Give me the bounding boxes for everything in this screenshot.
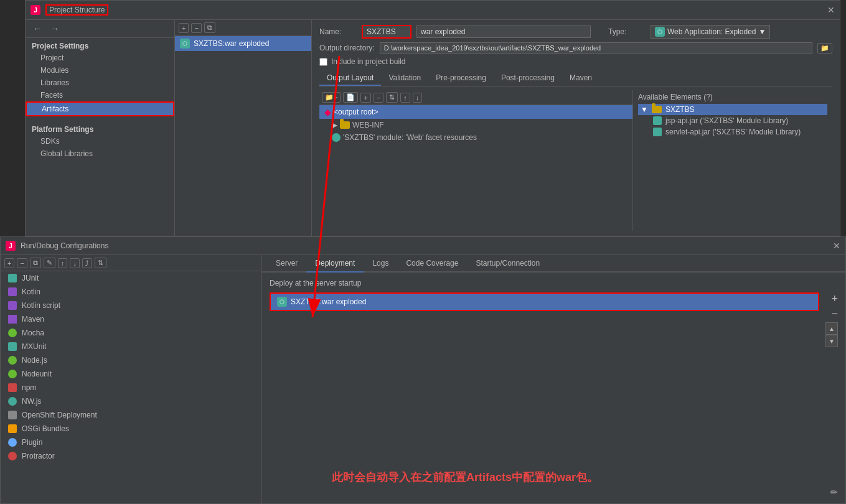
run-tab-bar: Server Deployment Logs Code Coverage Sta… bbox=[262, 255, 845, 273]
tree-add-btn[interactable]: 📁+ bbox=[322, 92, 341, 103]
artifact-item-label: SXZTBS:war exploded bbox=[194, 39, 269, 48]
type-select[interactable]: ⬡ Web Application: Exploded ▼ bbox=[651, 25, 770, 39]
web-icon bbox=[332, 133, 341, 142]
run-dialog-close[interactable]: ✕ bbox=[833, 241, 840, 251]
run-sort-btn[interactable]: ⇅ bbox=[95, 258, 106, 268]
back-button[interactable]: ← bbox=[31, 22, 44, 35]
run-item-npm[interactable]: npm bbox=[1, 381, 261, 394]
output-dir-input[interactable] bbox=[380, 42, 812, 54]
edit-pencil-btn[interactable]: ✏ bbox=[830, 487, 838, 497]
run-item-nodeunit[interactable]: Nodeunit bbox=[1, 367, 261, 381]
run-toolbar: + − ⧉ ✎ ↑ ↓ ⤴ ⇅ bbox=[1, 255, 261, 271]
run-remove-btn[interactable]: − bbox=[17, 258, 27, 268]
run-tab-deployment[interactable]: Deployment bbox=[306, 255, 364, 273]
run-item-plugin[interactable]: Plugin bbox=[1, 436, 261, 449]
browse-output-dir-btn[interactable]: 📁 bbox=[817, 43, 832, 54]
sidebar-item-libraries[interactable]: Libraries bbox=[26, 77, 174, 89]
scroll-down-btn[interactable]: ▼ bbox=[825, 335, 838, 347]
tree-plus-btn[interactable]: + bbox=[360, 93, 370, 103]
tree-down-btn[interactable]: ↓ bbox=[413, 93, 423, 103]
sidebar-item-sdks[interactable]: SDKs bbox=[26, 135, 174, 147]
run-tab-server[interactable]: Server bbox=[267, 255, 306, 273]
available-sxztbs-label: SXZTBS bbox=[665, 105, 695, 114]
sidebar-item-modules[interactable]: Modules bbox=[26, 64, 174, 77]
run-share-btn[interactable]: ⤴ bbox=[82, 258, 92, 268]
deploy-item[interactable]: ⬡ SXZTBS:war exploded bbox=[270, 292, 819, 311]
nodejs-icon bbox=[8, 356, 17, 365]
tab-post-processing[interactable]: Post-processing bbox=[494, 71, 562, 86]
run-item-osgi[interactable]: OSGi Bundles bbox=[1, 422, 261, 436]
run-copy-btn[interactable]: ⧉ bbox=[30, 258, 41, 268]
sidebar-item-project[interactable]: Project bbox=[26, 52, 174, 64]
forward-button[interactable]: → bbox=[48, 22, 62, 35]
tab-pre-processing[interactable]: Pre-processing bbox=[428, 71, 494, 86]
project-sidebar: ← → Project Settings Project Modules Lib… bbox=[26, 20, 175, 236]
tree-minus-btn[interactable]: − bbox=[374, 93, 383, 103]
artifact-item-icon: ⬡ bbox=[180, 39, 190, 49]
remove-artifact-btn[interactable]: − bbox=[191, 23, 201, 33]
scroll-up-btn[interactable]: ▲ bbox=[825, 322, 838, 335]
type-icon: ⬡ bbox=[655, 27, 665, 37]
sidebar-item-global-libraries[interactable]: Global Libraries bbox=[26, 147, 174, 160]
name-row: Name: Type: ⬡ Web Application: Exploded … bbox=[319, 25, 832, 39]
run-item-mxunit[interactable]: MXUnit bbox=[1, 340, 261, 353]
run-item-nwjs-label: NW.js bbox=[22, 397, 41, 406]
available-item-servlet-api[interactable]: servlet-api.jar ('SXZTBS' Module Library… bbox=[638, 126, 827, 138]
project-dialog-close[interactable]: ✕ bbox=[827, 5, 835, 15]
tree-item-module-resources[interactable]: 'SXZTBS' module: 'Web' facet resources bbox=[319, 131, 632, 144]
tree-item-webinf[interactable]: ▶ WEB-INF bbox=[319, 119, 632, 131]
run-item-junit[interactable]: JUnit bbox=[1, 271, 261, 285]
run-item-junit-label: JUnit bbox=[22, 274, 39, 282]
add-artifact-btn[interactable]: + bbox=[179, 23, 189, 33]
run-item-openshift[interactable]: OpenShift Deployment bbox=[1, 408, 261, 422]
tree-folder-btn[interactable]: 📄 bbox=[343, 92, 358, 103]
tab-validation[interactable]: Validation bbox=[381, 71, 428, 86]
project-dialog-icon: J bbox=[31, 5, 40, 15]
deploy-remove-btn[interactable]: − bbox=[831, 307, 838, 320]
name-input-rest[interactable] bbox=[416, 26, 591, 38]
sidebar-item-facets[interactable]: Facets bbox=[26, 89, 174, 101]
available-item-jsp-api[interactable]: jsp-api.jar ('SXZTBS' Module Library) bbox=[638, 115, 827, 126]
jar-icon-1 bbox=[653, 116, 662, 125]
run-item-kotlin[interactable]: Kotlin bbox=[1, 285, 261, 299]
run-tab-logs[interactable]: Logs bbox=[364, 255, 397, 273]
deploy-add-btn[interactable]: + bbox=[831, 292, 838, 306]
include-build-checkbox[interactable] bbox=[319, 58, 327, 66]
available-elements-panel: Available Elements (?) ▼ SXZTBS jsp-api.… bbox=[633, 90, 832, 231]
deploy-area: ⬡ SXZTBS:war exploded + − ▲ ▼ ✏ 此时会自动导入在… bbox=[270, 292, 838, 497]
run-dialog-body: + − ⧉ ✎ ↑ ↓ ⤴ ⇅ JUnit Kotlin bbox=[1, 255, 845, 503]
tree-module-label: 'SXZTBS' module: 'Web' facet resources bbox=[343, 133, 477, 142]
tree-up-btn[interactable]: ↑ bbox=[400, 93, 410, 103]
sidebar-item-artifacts[interactable]: Artifacts bbox=[26, 101, 174, 116]
tab-maven[interactable]: Maven bbox=[562, 71, 599, 86]
run-item-kotlin-script[interactable]: Kotlin script bbox=[1, 299, 261, 312]
run-item-maven[interactable]: Maven bbox=[1, 312, 261, 326]
run-item-mocha[interactable]: Mocha bbox=[1, 326, 261, 340]
type-dropdown-icon: ▼ bbox=[759, 27, 766, 36]
run-item-npm-label: npm bbox=[22, 383, 36, 392]
run-edit-btn[interactable]: ✎ bbox=[44, 258, 55, 268]
available-jsp-api-label: jsp-api.jar ('SXZTBS' Module Library) bbox=[665, 116, 788, 125]
kotlin-icon bbox=[8, 287, 17, 296]
tree-sort-btn[interactable]: ⇅ bbox=[386, 92, 398, 103]
run-tab-coverage[interactable]: Code Coverage bbox=[397, 255, 467, 273]
tree-toolbar: 📁+ 📄 + − ⇅ ↑ ↓ bbox=[319, 90, 632, 105]
name-input-sxztbs[interactable] bbox=[362, 25, 411, 39]
annotation-text: 此时会自动导入在之前配置Artifacts中配置的war包。 bbox=[332, 470, 763, 485]
copy-artifact-btn[interactable]: ⧉ bbox=[204, 22, 215, 33]
run-item-mxunit-label: MXUnit bbox=[22, 342, 46, 351]
tree-item-output-root[interactable]: ◆ <output root> bbox=[319, 105, 632, 119]
run-tab-startup[interactable]: Startup/Connection bbox=[467, 255, 548, 273]
run-item-protractor[interactable]: Protractor bbox=[1, 449, 261, 463]
available-servlet-api-label: servlet-api.jar ('SXZTBS' Module Library… bbox=[665, 128, 801, 136]
tab-output-layout[interactable]: Output Layout bbox=[319, 71, 381, 86]
run-item-nwjs[interactable]: NW.js bbox=[1, 394, 261, 408]
folder-icon bbox=[340, 121, 350, 129]
run-up-btn[interactable]: ↑ bbox=[58, 258, 68, 268]
run-item-nodejs[interactable]: Node.js bbox=[1, 353, 261, 367]
run-down-btn[interactable]: ↓ bbox=[70, 258, 80, 268]
available-item-sxztbs[interactable]: ▼ SXZTBS bbox=[638, 104, 827, 115]
artifact-list-item[interactable]: ⬡ SXZTBS:war exploded bbox=[175, 36, 311, 51]
available-label: Available Elements (?) bbox=[638, 93, 713, 101]
run-add-btn[interactable]: + bbox=[4, 258, 14, 268]
